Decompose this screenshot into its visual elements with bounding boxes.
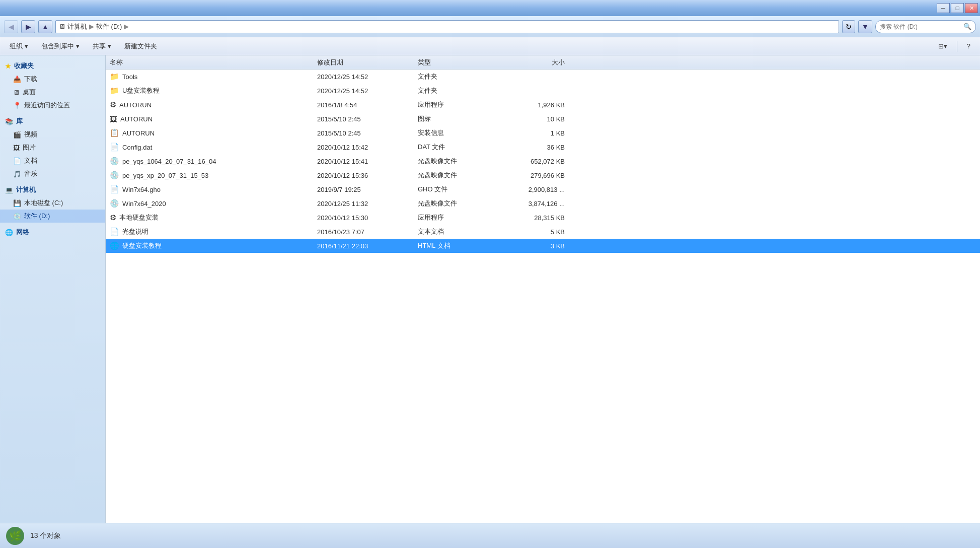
forward-button[interactable]: ▶	[21, 20, 35, 33]
file-name-cell: 📄 光盘说明	[106, 227, 317, 236]
file-date-cell: 2016/11/21 22:03	[317, 242, 418, 250]
view-button[interactable]: ⊞▾	[933, 39, 953, 53]
file-type-icon: 💿	[110, 199, 119, 208]
header-size[interactable]: 大小	[498, 58, 569, 67]
table-row[interactable]: 📄 Win7x64.gho 2019/9/7 19:25 GHO 文件 2,90…	[106, 182, 980, 196]
music-icon: 🎵	[13, 170, 21, 178]
file-name: 光盘说明	[122, 227, 148, 236]
search-input[interactable]	[880, 23, 961, 30]
maximize-button[interactable]: □	[951, 3, 964, 13]
new-folder-button[interactable]: 新建文件夹	[119, 39, 163, 53]
table-row[interactable]: ⚙ 本地硬盘安装 2020/10/12 15:30 应用程序 28,315 KB	[106, 211, 980, 225]
table-row[interactable]: 💿 Win7x64_2020 2020/12/25 11:32 光盘映像文件 3…	[106, 196, 980, 211]
sidebar-item-video[interactable]: 🎬 视频	[0, 128, 105, 141]
sidebar-network-header[interactable]: 🌐 网络	[0, 226, 105, 239]
share-arrow: ▾	[108, 42, 111, 50]
header-name[interactable]: 名称	[106, 58, 317, 67]
breadcrumb-drive[interactable]: 软件 (D:)	[96, 22, 122, 31]
toolbar: 组织 ▾ 包含到库中 ▾ 共享 ▾ 新建文件夹 ⊞▾ ?	[0, 37, 980, 55]
table-row[interactable]: 📋 AUTORUN 2015/5/10 2:45 安装信息 1 KB	[106, 126, 980, 140]
sidebar-item-local-c[interactable]: 💾 本地磁盘 (C:)	[0, 196, 105, 210]
file-name-cell: ⚙ 本地硬盘安装	[106, 213, 317, 222]
table-row[interactable]: 💿 pe_yqs_xp_20_07_31_15_53 2020/10/12 15…	[106, 168, 980, 182]
sidebar-item-downloads[interactable]: 📥 下载	[0, 73, 105, 86]
file-date-cell: 2015/5/10 2:45	[317, 115, 418, 123]
recent-icon: 📍	[13, 102, 21, 109]
file-name-cell: 💿 pe_yqs_xp_20_07_31_15_53	[106, 171, 317, 180]
statusbar: 🌿 13 个对象	[0, 523, 980, 548]
include-library-button[interactable]: 包含到库中 ▾	[36, 39, 85, 53]
dropdown-button[interactable]: ▼	[858, 20, 872, 33]
addressbar: ◀ ▶ ▲ 🖥 计算机 ▶ 软件 (D:) ▶ ↻ ▼ 🔍	[0, 16, 980, 37]
file-name-cell: 🖼 AUTORUN	[106, 115, 317, 123]
sidebar-local-c-label: 本地磁盘 (C:)	[24, 198, 63, 208]
titlebar-buttons: ─ □ ✕	[937, 3, 978, 13]
file-size-cell: 1,926 KB	[498, 101, 569, 109]
file-type-icon: 🖼	[110, 115, 117, 123]
sidebar-item-pictures[interactable]: 🖼 图片	[0, 141, 105, 154]
help-button[interactable]: ?	[961, 39, 976, 53]
back-button[interactable]: ◀	[4, 20, 18, 33]
file-date-cell: 2019/9/7 19:25	[317, 186, 418, 193]
file-size-cell: 3,874,126 ...	[498, 200, 569, 208]
sidebar-library-header[interactable]: 📚 库	[0, 115, 105, 128]
table-row[interactable]: 💿 pe_yqs_1064_20_07_31_16_04 2020/10/12 …	[106, 154, 980, 168]
sidebar-item-music[interactable]: 🎵 音乐	[0, 167, 105, 180]
breadcrumb[interactable]: 🖥 计算机 ▶ 软件 (D:) ▶	[55, 20, 839, 33]
sidebar-item-local-d[interactable]: 💿 软件 (D:)	[0, 210, 105, 223]
breadcrumb-computer[interactable]: 计算机	[67, 22, 87, 31]
table-row[interactable]: 📄 光盘说明 2016/10/23 7:07 文本文档 5 KB	[106, 225, 980, 239]
table-row[interactable]: 🖼 AUTORUN 2015/5/10 2:45 图标 10 KB	[106, 112, 980, 126]
sidebar-item-desktop[interactable]: 🖥 桌面	[0, 86, 105, 99]
file-name-cell: 📁 U盘安装教程	[106, 86, 317, 95]
file-type-icon: 📄	[110, 227, 119, 236]
search-box[interactable]: 🔍	[875, 20, 976, 33]
breadcrumb-sep2: ▶	[124, 23, 129, 30]
breadcrumb-sep1: ▶	[89, 23, 94, 30]
file-name-cell: 📋 AUTORUN	[106, 128, 317, 138]
search-icon: 🔍	[963, 23, 971, 30]
organize-button[interactable]: 组织 ▾	[4, 39, 34, 53]
sidebar-favorites-label: 收藏夹	[14, 61, 34, 71]
file-type-icon: 📁	[110, 86, 119, 95]
share-label: 共享	[93, 42, 106, 51]
table-row[interactable]: 📁 U盘安装教程 2020/12/25 14:52 文件夹	[106, 84, 980, 98]
table-row[interactable]: 📁 Tools 2020/12/25 14:52 文件夹	[106, 70, 980, 84]
organize-arrow: ▾	[25, 42, 28, 50]
downloads-icon: 📥	[13, 76, 21, 83]
file-type-cell: 图标	[418, 114, 498, 123]
sidebar-favorites-header[interactable]: ★ 收藏夹	[0, 59, 105, 73]
sidebar-item-recent[interactable]: 📍 最近访问的位置	[0, 99, 105, 112]
local-d-icon: 💿	[13, 213, 21, 220]
include-library-arrow: ▾	[76, 42, 80, 50]
table-row[interactable]: 🌐 硬盘安装教程 2016/11/21 22:03 HTML 文档 3 KB	[106, 239, 980, 253]
file-pane: 名称 修改日期 类型 大小 📁 Tools 2020/12/25 14:52 文…	[106, 55, 980, 523]
file-type-icon: 📄	[110, 143, 119, 152]
up-button[interactable]: ▲	[38, 20, 52, 33]
file-size-cell: 1 KB	[498, 129, 569, 137]
file-list: 📁 Tools 2020/12/25 14:52 文件夹 📁 U盘安装教程 20…	[106, 70, 980, 253]
file-type-cell: GHO 文件	[418, 185, 498, 194]
file-name: AUTORUN	[122, 129, 155, 137]
minimize-button[interactable]: ─	[937, 3, 950, 13]
file-name: pe_yqs_xp_20_07_31_15_53	[122, 172, 208, 179]
file-name: Tools	[122, 73, 137, 81]
file-name: Win7x64.gho	[122, 186, 161, 193]
sidebar-computer-header[interactable]: 💻 计算机	[0, 183, 105, 196]
close-button[interactable]: ✕	[965, 3, 978, 13]
sidebar-local-d-label: 软件 (D:)	[24, 212, 50, 221]
refresh-button[interactable]: ↻	[842, 20, 855, 33]
share-button[interactable]: 共享 ▾	[87, 39, 117, 53]
library-icon: 📚	[5, 118, 13, 125]
table-row[interactable]: 📄 Config.dat 2020/10/12 15:42 DAT 文件 36 …	[106, 140, 980, 154]
file-type-icon: 📋	[110, 128, 119, 138]
file-name: U盘安装教程	[122, 86, 160, 95]
file-type-cell: 安装信息	[418, 128, 498, 138]
include-library-label: 包含到库中	[41, 42, 74, 51]
header-date[interactable]: 修改日期	[317, 58, 418, 67]
sidebar-network-label: 网络	[16, 228, 29, 237]
sidebar-item-documents[interactable]: 📄 文档	[0, 154, 105, 167]
table-row[interactable]: ⚙ AUTORUN 2016/1/8 4:54 应用程序 1,926 KB	[106, 98, 980, 112]
header-type[interactable]: 类型	[418, 58, 498, 67]
sidebar: ★ 收藏夹 📥 下载 🖥 桌面 📍 最近访问的位置 📚 库	[0, 55, 106, 523]
